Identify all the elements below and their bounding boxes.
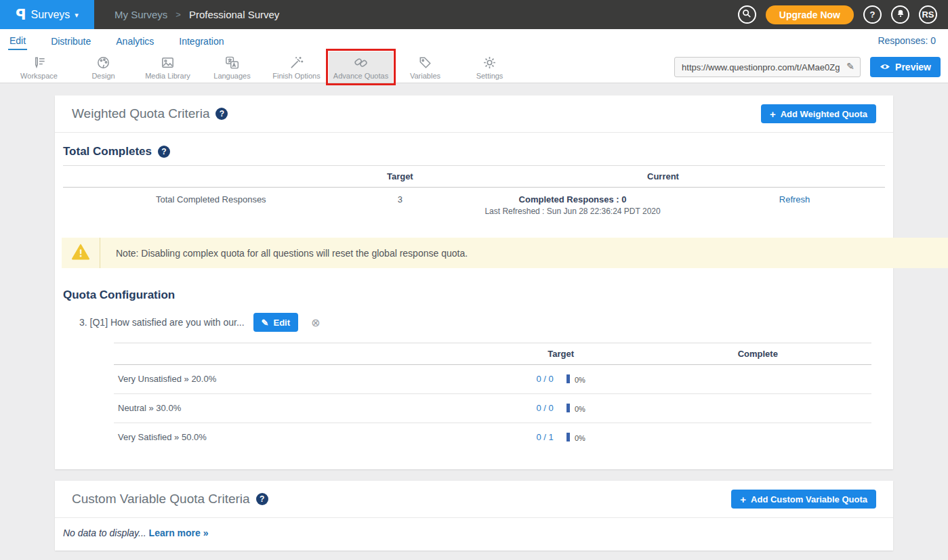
toolbar-item-variables[interactable]: Variables [393,51,457,83]
help-icon[interactable]: ? [256,493,268,505]
empty-header [63,166,359,188]
eye-icon [880,62,890,72]
avatar[interactable]: RS [919,5,937,24]
breadcrumb: My Surveys > Professional Survey [115,9,279,20]
target-column-header: Target [359,166,441,188]
complete-column-header: Complete [644,343,871,365]
add-custom-variable-quota-label: Add Custom Variable Quota [751,494,867,504]
breadcrumb-current-survey: Professional Survey [189,9,279,20]
total-completes-title: Total Completes [63,145,152,158]
preview-button[interactable]: Preview [870,57,941,77]
refresh-link[interactable]: Refresh [779,194,810,204]
search-button[interactable] [738,5,756,24]
toolbar-item-media-library[interactable]: Media Library [136,51,200,83]
plus-icon: + [740,494,746,505]
toolbar-item-design[interactable]: Design [71,51,136,83]
help-icon[interactable]: ? [215,108,228,120]
toolbar-item-workspace[interactable]: Workspace [7,51,71,83]
learn-more-link[interactable]: Learn more » [149,527,209,538]
product-label: Surveys [31,9,70,21]
toolbar-item-label: Variables [410,72,440,80]
answer-option-label: Neutral » 30.0% [114,394,478,423]
gear-icon [482,55,497,70]
notifications-button[interactable] [891,5,909,24]
table-row: Total Completed Responses 3 Completed Re… [63,188,885,223]
add-weighted-quota-label: Add Weighted Quota [781,109,867,119]
toolbar-item-label: Design [91,72,115,80]
quota-table-wrap: Target Complete Very Unsatisfied » 20.0%… [114,343,871,452]
toolbar-item-label: Media Library [145,72,190,80]
toolbar-item-label: Workspace [20,72,58,80]
search-icon [742,9,751,20]
last-refreshed-timestamp: Last Refreshed : Sun Jun 28 22:36:24 PDT… [445,207,700,216]
help-icon[interactable]: ? [158,146,170,158]
palette-icon [96,55,111,70]
table-row: Very Satisfied » 50.0% 0 / 1 0% [114,423,871,452]
quota-target-value[interactable]: 0 / 1 [536,432,553,442]
quota-note-banner: Note: Disabling complex quota for all qu… [62,238,948,268]
chevron-down-icon: ▾ [75,11,79,20]
total-completes-heading: Total Completes ? [63,145,885,158]
questionpro-logo: P [16,7,26,23]
no-data-text: No data to display... [63,527,146,538]
breadcrumb-my-surveys[interactable]: My Surveys [115,9,167,20]
pencil-icon: ✎ [262,318,269,328]
tab-analytics[interactable]: Analytics [115,32,155,49]
top-bar: P Surveys ▾ My Surveys > Professional Su… [0,0,948,29]
toolbar-item-label: Finish Options [272,72,320,80]
content-area: Weighted Quota Criteria ? + Add Weighted… [0,83,948,560]
complete-cell [644,365,871,394]
toolbar-right: ✎ Preview [674,51,948,83]
survey-url-field-wrap: ✎ [674,57,861,77]
add-custom-variable-quota-button[interactable]: + Add Custom Variable Quota [731,490,876,509]
quota-percent: 0% [575,376,585,384]
toolbar-item-settings[interactable]: Settings [457,51,522,83]
chain-links-icon [353,55,369,70]
tab-edit[interactable]: Edit [8,31,27,50]
progress-bar [566,374,570,383]
responses-count[interactable]: Responses: 0 [878,35,936,46]
surveys-product-menu[interactable]: P Surveys ▾ [0,0,94,29]
progress-bar [566,404,570,412]
remove-quota-icon[interactable]: ⊗ [311,316,320,329]
add-weighted-quota-button[interactable]: + Add Weighted Quota [761,104,876,123]
progress-bar [566,433,570,441]
tab-distribute[interactable]: Distribute [49,32,92,49]
toolbar-item-label: Settings [476,72,503,80]
toolbar-item-finish-options[interactable]: Finish Options [264,51,329,83]
topbar-actions: Upgrade Now ? RS [738,5,948,24]
custom-variable-quota-title-row: Custom Variable Quota Criteria ? [72,492,268,507]
help-button[interactable]: ? [863,5,882,24]
custom-variable-quota-card: Custom Variable Quota Criteria ? + Add C… [55,481,893,551]
image-icon [160,55,176,70]
quota-target-value[interactable]: 0 / 0 [536,374,553,384]
edit-button-label: Edit [273,318,290,328]
toolbar-item-advance-quotas[interactable]: Advance Quotas [329,51,393,83]
magic-wand-icon [289,55,304,70]
edit-question-quota-button[interactable]: ✎ Edit [253,313,298,332]
warning-triangle-icon [72,244,89,263]
survey-url-input[interactable] [674,57,861,77]
custom-variable-quota-title: Custom Variable Quota Criteria [72,492,250,507]
edit-url-pencil-icon[interactable]: ✎ [846,61,854,72]
edit-toolbar: Workspace Design Media Library Languages… [0,51,948,83]
table-row: Neutral » 30.0% 0 / 0 0% [114,394,871,423]
weighted-quota-body: Total Completes ? Target Current [55,133,893,469]
weighted-quota-title: Weighted Quota Criteria [72,106,209,121]
translate-icon [224,55,240,70]
quota-target-value[interactable]: 0 / 0 [536,403,553,413]
quota-configuration-title: Quota Configuration [63,288,175,302]
preview-label: Preview [895,62,931,72]
workspace-icon [31,55,47,70]
chevron-right-icon: > [176,9,181,20]
toolbar-item-languages[interactable]: Languages [200,51,264,83]
page: P Surveys ▾ My Surveys > Professional Su… [0,0,948,560]
quota-percent: 0% [575,434,585,442]
total-completed-responses-label: Total Completed Responses [63,188,359,223]
toolbar-item-label: Advance Quotas [333,72,388,80]
question-label: 3. [Q1] How satisfied are you with our..… [79,317,245,328]
tab-integration[interactable]: Integration [178,32,225,49]
upgrade-now-button[interactable]: Upgrade Now [766,5,854,24]
quota-configuration-heading: Quota Configuration [63,288,885,302]
target-value: 3 [359,188,441,223]
